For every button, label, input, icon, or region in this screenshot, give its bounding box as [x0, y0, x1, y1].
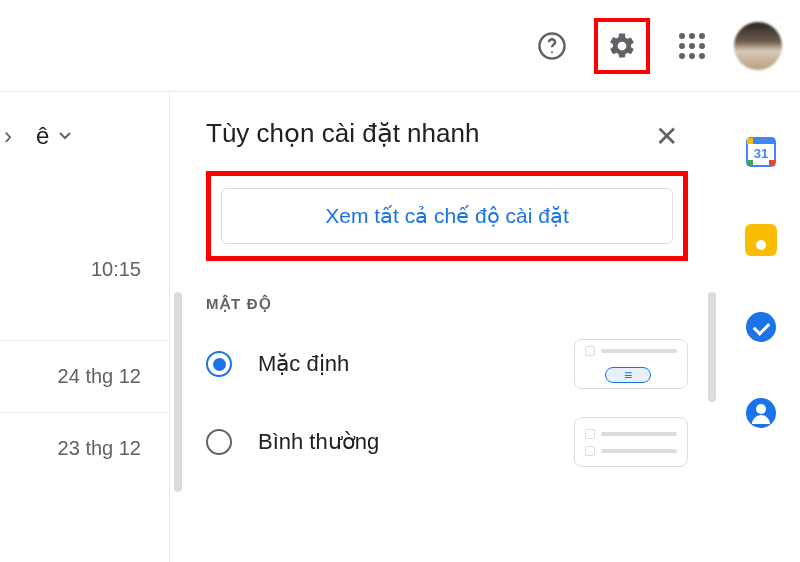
- quick-settings-panel: Tùy chọn cài đặt nhanh ✕ Xem tất cả chế …: [170, 92, 722, 562]
- svg-text:31: 31: [754, 146, 768, 161]
- tasks-icon[interactable]: [746, 312, 776, 342]
- see-all-settings-button[interactable]: Xem tất cả chế độ cài đặt: [221, 188, 673, 244]
- density-section-label: MẬT ĐỘ: [206, 295, 688, 313]
- density-default-label: Mặc định: [258, 351, 574, 377]
- calendar-icon[interactable]: 31: [745, 136, 777, 168]
- density-default-thumb: [574, 339, 688, 389]
- email-date-1[interactable]: 24 thg 12: [0, 340, 169, 412]
- density-comfortable-label: Bình thường: [258, 429, 574, 455]
- svg-rect-6: [747, 138, 753, 144]
- email-date-2[interactable]: 23 thg 12: [0, 412, 169, 484]
- apps-icon[interactable]: [668, 22, 716, 70]
- density-section: MẬT ĐỘ Mặc định Bình thường: [206, 295, 688, 467]
- radio-unchecked-icon: [206, 429, 232, 455]
- language-menu[interactable]: ê: [36, 122, 71, 150]
- help-icon[interactable]: [528, 22, 576, 70]
- scrollbar-left[interactable]: [174, 292, 182, 492]
- all-settings-highlight: Xem tất cả chế độ cài đặt: [206, 171, 688, 261]
- svg-point-1: [551, 51, 553, 53]
- body: › ê 10:15 24 thg 12 23 thg 12 Tùy chọn c…: [0, 92, 800, 562]
- panel-title: Tùy chọn cài đặt nhanh: [206, 118, 688, 149]
- contacts-icon[interactable]: [746, 398, 776, 428]
- close-icon[interactable]: ✕: [655, 120, 678, 153]
- svg-rect-5: [747, 160, 753, 166]
- left-column: › ê 10:15 24 thg 12 23 thg 12: [0, 92, 170, 562]
- chevron-right-icon[interactable]: ›: [4, 122, 12, 150]
- caret-down-icon: [59, 132, 71, 140]
- density-comfortable-thumb: [574, 417, 688, 467]
- scrollbar-right[interactable]: [708, 292, 716, 402]
- svg-rect-4: [769, 160, 775, 166]
- gear-icon[interactable]: [600, 24, 644, 68]
- avatar[interactable]: [734, 22, 782, 70]
- email-dates: 10:15 24 thg 12 23 thg 12: [0, 250, 169, 484]
- density-option-default[interactable]: Mặc định: [206, 339, 688, 389]
- radio-checked-icon: [206, 351, 232, 377]
- side-panel: 31: [722, 92, 800, 562]
- density-option-comfortable[interactable]: Bình thường: [206, 417, 688, 467]
- settings-highlight: [594, 18, 650, 74]
- keep-icon[interactable]: [745, 224, 777, 256]
- header: [0, 0, 800, 92]
- email-time[interactable]: 10:15: [0, 250, 169, 340]
- language-letter: ê: [36, 122, 49, 150]
